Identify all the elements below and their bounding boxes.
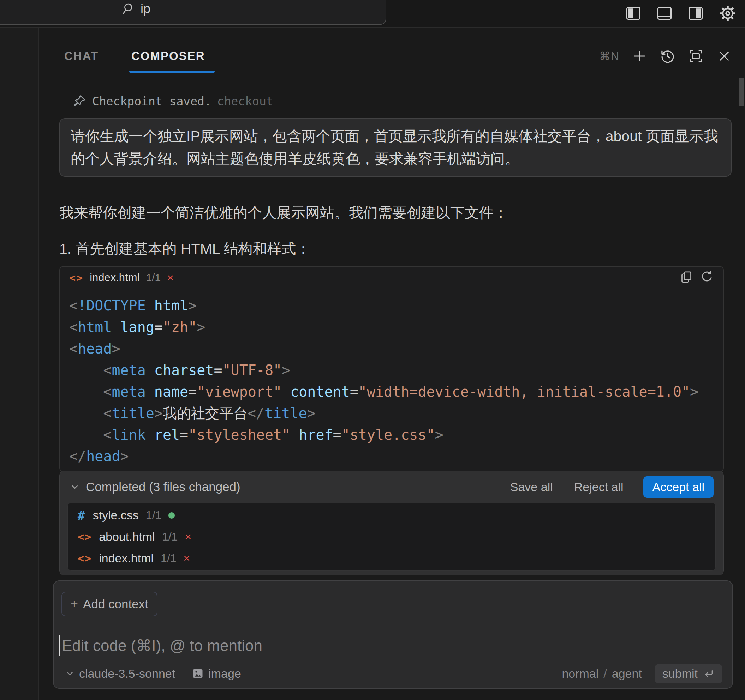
input-placeholder: Edit code (⌘I), @ to mention	[62, 636, 262, 654]
image-label: image	[208, 667, 241, 681]
text-cursor	[59, 635, 60, 656]
file-status-x-icon[interactable]: ×	[184, 552, 190, 565]
pin-icon	[72, 94, 87, 109]
review-header: Completed (3 files changed) Save all Rej…	[60, 471, 724, 503]
file-progress: 1/1	[162, 530, 178, 543]
user-message-bubble: 请你生成一个独立IP展示网站，包含两个页面，首页显示我所有的自媒体社交平台，ab…	[59, 118, 732, 177]
checkpoint-checkout-link[interactable]: checkout	[217, 94, 273, 108]
html-file-icon: <>	[78, 531, 92, 543]
toggle-right-sidebar-icon[interactable]	[687, 5, 704, 22]
review-panel: Completed (3 files changed) Save all Rej…	[59, 471, 724, 575]
code-line: <meta charset="UTF-8">	[69, 360, 714, 381]
copy-code-icon[interactable]	[679, 270, 693, 285]
search-value: ip	[141, 1, 150, 16]
html-file-icon: <>	[78, 552, 92, 564]
css-file-icon: #	[78, 508, 85, 522]
tab-chat[interactable]: CHAT	[64, 49, 99, 63]
attach-image-button[interactable]: image	[191, 667, 241, 681]
code-line: <html lang="zh">	[69, 316, 714, 338]
file-row[interactable]: #style.css1/1	[68, 504, 715, 526]
chevron-down-icon[interactable]	[70, 482, 80, 492]
image-icon	[191, 667, 204, 680]
close-panel-icon[interactable]	[716, 48, 732, 64]
code-line: <!DOCTYPE html>	[69, 295, 714, 316]
file-row[interactable]: <>index.html1/1×	[68, 548, 715, 569]
composer-panel: CHAT COMPOSER ⌘N	[40, 27, 745, 700]
add-context-button[interactable]: + Add context	[61, 592, 157, 616]
toggle-bottom-panel-icon[interactable]	[656, 5, 673, 22]
review-status-label: Completed (3 files changed)	[86, 480, 241, 494]
code-block-index-html: <> index.html 1/1 × <!DOCTYPE html>	[59, 266, 724, 472]
plus-icon: +	[70, 597, 78, 612]
reapply-code-icon[interactable]	[700, 270, 714, 285]
file-name: style.css	[93, 508, 138, 522]
submit-button[interactable]: submit	[655, 664, 723, 684]
settings-gear-icon[interactable]	[718, 4, 737, 23]
code-progress: 1/1	[146, 272, 161, 284]
accept-all-button[interactable]: Accept all	[643, 476, 714, 498]
save-all-button[interactable]: Save all	[510, 480, 553, 494]
file-status-dot-icon[interactable]	[168, 512, 175, 519]
file-name: about.html	[99, 530, 155, 544]
composer-input-box[interactable]: + Add context Edit code (⌘I), @ to menti…	[53, 581, 733, 689]
search-box[interactable]: ip	[0, 0, 386, 25]
new-composer-plus-icon[interactable]	[631, 48, 648, 64]
titlebar: ip	[0, 0, 745, 27]
file-progress: 1/1	[146, 509, 162, 522]
code-line: <title>我的社交平台</title>	[69, 403, 714, 424]
return-key-icon	[703, 667, 715, 679]
checkpoint-row: Checkpoint saved. checkout	[72, 94, 273, 109]
code-filename[interactable]: index.html	[90, 271, 139, 284]
add-context-label: Add context	[83, 597, 148, 611]
model-selector[interactable]: claude-3.5-sonnet	[79, 667, 175, 681]
history-icon[interactable]	[660, 48, 676, 64]
input-toolbar: claude-3.5-sonnet image normal / agent s…	[65, 664, 723, 683]
assistant-step-text: 1. 首先创建基本的 HTML 结构和样式：	[59, 239, 310, 259]
assistant-intro-text: 我来帮你创建一个简洁优雅的个人展示网站。我们需要创建以下文件：	[59, 203, 508, 222]
active-tab-underline	[129, 70, 215, 73]
file-status-x-icon[interactable]: ×	[185, 530, 191, 543]
code-close-icon[interactable]: ×	[167, 271, 174, 284]
mode-separator: /	[603, 667, 607, 681]
file-name: index.html	[99, 551, 154, 565]
editor-area	[0, 27, 39, 700]
code-line: <link rel="stylesheet" href="style.css">	[69, 424, 714, 446]
code-line: <meta name="viewport" content="width=dev…	[69, 381, 714, 403]
new-composer-shortcut: ⌘N	[599, 49, 619, 63]
html-file-icon: <>	[69, 272, 83, 284]
file-row[interactable]: <>about.html1/1×	[68, 526, 715, 548]
open-in-editor-icon[interactable]	[688, 48, 704, 64]
code-line: </head>	[69, 446, 714, 467]
code-line: <head>	[69, 338, 714, 360]
input-field[interactable]: Edit code (⌘I), @ to mention	[59, 635, 262, 656]
cursor-composer-window: ip CHAT COMPOSER	[0, 0, 745, 700]
mode-normal[interactable]: normal	[562, 667, 598, 681]
file-progress: 1/1	[161, 552, 176, 565]
file-list: #style.css1/1<>about.html1/1×<>index.htm…	[67, 503, 716, 570]
tab-composer[interactable]: COMPOSER	[131, 49, 205, 63]
search-icon	[121, 2, 136, 16]
code-lines[interactable]: <!DOCTYPE html><html lang="zh"><head> <m…	[60, 289, 723, 472]
model-chevron-icon[interactable]	[65, 669, 75, 679]
code-block-header: <> index.html 1/1 ×	[60, 267, 723, 289]
checkpoint-message: Checkpoint saved.	[92, 94, 211, 108]
toggle-left-sidebar-icon[interactable]	[625, 5, 642, 22]
scrollbar-thumb[interactable]	[739, 78, 744, 106]
mode-agent[interactable]: agent	[612, 667, 642, 681]
submit-label: submit	[663, 667, 698, 681]
reject-all-button[interactable]: Reject all	[574, 480, 624, 494]
